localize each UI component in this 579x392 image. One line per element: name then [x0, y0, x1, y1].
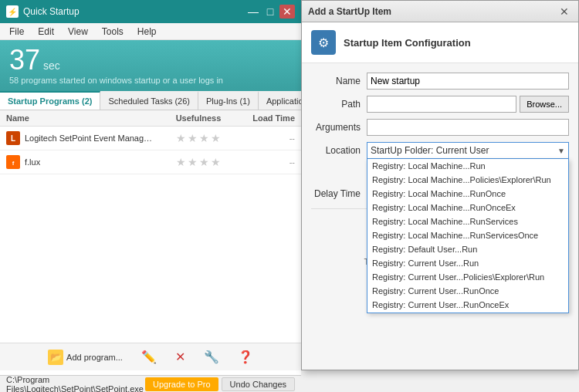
table-row[interactable]: L Logitech SetPoint Event Manager (UNICO… [0, 127, 301, 150]
flux-icon: f [6, 155, 20, 169]
help-button[interactable]: ❓ [232, 346, 259, 367]
tabs-row: Startup Programs (2) Scheduled Tasks (26… [0, 91, 301, 110]
browse-button[interactable]: Browse... [520, 96, 569, 113]
form-row-path: Path Browse... [311, 96, 569, 113]
dropdown-option[interactable]: Registry: Current User...RunServices [367, 312, 568, 313]
stats-bar: 37 sec 58 programs started on windows st… [0, 40, 301, 91]
location-selected[interactable]: StartUp Folder: Current User ▼ [367, 142, 569, 159]
dropdown-option[interactable]: Registry: Default User...Run [367, 242, 568, 256]
menu-tools[interactable]: Tools [96, 25, 130, 39]
row-loadtime-flux: -- [241, 157, 295, 167]
minimize-button[interactable]: — [245, 5, 261, 19]
row-icon: L [6, 131, 20, 145]
upgrade-button[interactable]: Upgrade to Pro [145, 377, 218, 391]
edit-button[interactable]: ✏️ [135, 346, 163, 367]
maximize-button[interactable]: □ [262, 5, 278, 19]
form-row-arguments: Arguments [311, 119, 569, 136]
stats-description: 58 programs started on windows startup o… [9, 76, 292, 85]
edit-icon: ✏️ [141, 350, 157, 364]
row-loadtime-logitech: -- [241, 133, 295, 143]
title-bar-controls: — □ ✕ [245, 5, 295, 19]
close-button[interactable]: ✕ [279, 5, 295, 19]
dropdown-option[interactable]: Registry: Current User...Run [367, 256, 568, 270]
status-path: C:\Program Files\Logitech\SetPoint\SetPo… [6, 375, 145, 393]
col-header-name: Name [6, 113, 156, 123]
dropdown-option[interactable]: Registry: Local Machine...RunServicesOnc… [367, 228, 568, 242]
dialog-header-icon: ⚙ [311, 30, 336, 55]
form-label-name: Name [311, 76, 367, 86]
col-header-usefulness: Usefulness [156, 113, 241, 123]
menu-file[interactable]: File [3, 25, 30, 39]
dropdown-option[interactable]: Registry: Current User...RunOnceEx [367, 298, 568, 312]
form-label-arguments: Arguments [311, 122, 367, 133]
svg-text:L: L [11, 134, 15, 143]
add-program-button[interactable]: 📂 Add program... [42, 346, 129, 368]
dialog-header: ⚙ Startup Item Configuration [302, 22, 578, 63]
tab-startup-programs[interactable]: Startup Programs (2) [0, 91, 100, 110]
dialog-window: Add a StartUp Item ✕ ⚙ Startup Item Conf… [301, 0, 579, 370]
tab-plugins[interactable]: Plug-Ins (1) [198, 91, 259, 110]
dialog-title-bar: Add a StartUp Item ✕ [302, 1, 578, 22]
dialog-body: Name Path Browse... Arguments Location S… [302, 63, 578, 279]
form-row-name: Name [311, 73, 569, 90]
dropdown-arrow-icon: ▼ [557, 147, 565, 155]
undo-button[interactable]: Undo Changes [222, 377, 295, 391]
app-icon: ⚡ [6, 5, 19, 18]
table-header: Name Usefulness Load Time [0, 110, 301, 127]
dropdown-option[interactable]: Registry: Local Machine...RunOnce [367, 187, 568, 201]
status-bar: C:\Program Files\Logitech\SetPoint\SetPo… [0, 375, 301, 392]
row-stars-flux: ★★★★ [156, 156, 241, 168]
status-buttons: Upgrade to Pro Undo Changes [145, 377, 295, 391]
delete-icon: ✕ [175, 350, 185, 364]
menu-edit[interactable]: Edit [32, 25, 60, 39]
dropdown-option[interactable]: Registry: Local Machine...Run [367, 159, 568, 173]
menu-bar: File Edit View Tools Help [0, 23, 301, 40]
dialog-title-text: Add a StartUp Item [308, 6, 557, 17]
delete-button[interactable]: ✕ [169, 346, 191, 367]
form-label-path: Path [311, 99, 367, 110]
svg-text:f: f [12, 160, 15, 167]
form-row-location: Location StartUp Folder: Current User ▼ … [311, 142, 569, 159]
dropdown-option[interactable]: Registry: Current User...RunOnce [367, 284, 568, 298]
path-input[interactable] [367, 96, 516, 113]
row-name-flux: f.lux [25, 157, 156, 167]
stats-number: 37 [9, 46, 40, 74]
row-name-logitech: Logitech SetPoint Event Manager (UNICODE… [25, 133, 156, 143]
dropdown-option[interactable]: Registry: Current User...Policies\Explor… [367, 270, 568, 284]
location-dropdown-list: Registry: Local Machine...Run Registry: … [367, 159, 569, 313]
app-title: Quick Startup [23, 6, 241, 17]
arguments-input[interactable] [367, 119, 569, 136]
stats-unit: sec [43, 59, 60, 72]
add-program-label: Add program... [66, 353, 123, 362]
name-input[interactable] [367, 73, 569, 90]
dialog-header-title: Startup Item Configuration [344, 37, 471, 49]
row-stars-logitech: ★★★★ [156, 132, 241, 144]
col-header-load: Load Time [241, 113, 295, 123]
table-row[interactable]: f f.lux ★★★★ -- [0, 150, 301, 174]
title-bar: ⚡ Quick Startup — □ ✕ [0, 0, 301, 23]
dropdown-option[interactable]: Registry: Local Machine...Policies\Explo… [367, 173, 568, 187]
bottom-toolbar: 📂 Add program... ✏️ ✕ 🔧 ❓ [0, 343, 301, 370]
menu-help[interactable]: Help [131, 25, 163, 39]
app-window: ⚡ Quick Startup — □ ✕ File Edit View Too… [0, 0, 301, 392]
menu-view[interactable]: View [62, 25, 94, 39]
form-label-delay: Delay Time [311, 188, 367, 199]
dialog-close-button[interactable]: ✕ [557, 5, 572, 18]
location-selected-text: StartUp Folder: Current User [371, 145, 489, 156]
properties-icon: 🔧 [204, 350, 219, 364]
add-icon: 📂 [48, 350, 63, 365]
help-icon: ❓ [238, 350, 253, 364]
form-label-location: Location [311, 145, 367, 156]
tab-app-services[interactable]: Application Services (8) [259, 91, 301, 110]
location-dropdown[interactable]: StartUp Folder: Current User ▼ Registry:… [367, 142, 569, 159]
dropdown-option[interactable]: Registry: Local Machine...RunServices [367, 215, 568, 228]
tab-scheduled-tasks[interactable]: Scheduled Tasks (26) [100, 91, 198, 110]
properties-button[interactable]: 🔧 [198, 346, 225, 367]
dropdown-option[interactable]: Registry: Local Machine...RunOnceEx [367, 201, 568, 215]
